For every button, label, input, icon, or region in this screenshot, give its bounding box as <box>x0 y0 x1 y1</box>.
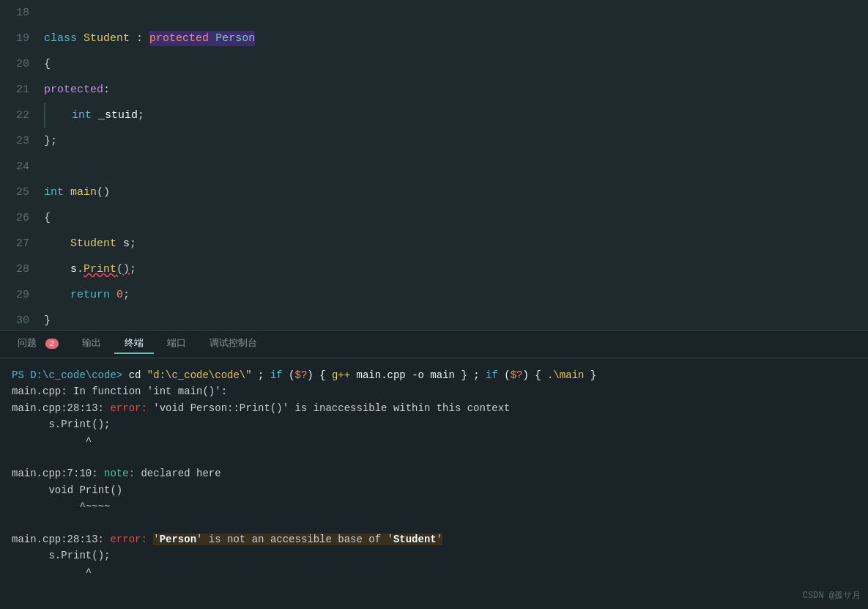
code-line-23: 23 }; <box>0 128 868 154</box>
terminal-line-2: main.cpp: In function 'int main()': <box>12 383 856 399</box>
line-number-25: 25 <box>0 180 44 205</box>
code-line-28: 28 s.Print(); <box>0 256 868 282</box>
code-line-18: 18 <box>0 0 868 26</box>
code-line-29: 29 return 0; <box>0 282 868 308</box>
tab-problems-badge: 2 <box>45 339 59 349</box>
line-number-23: 23 <box>0 128 44 154</box>
code-line-20: 20 { <box>0 51 868 77</box>
watermark-text: CSDN @孤サ月 <box>803 591 861 601</box>
line-content-20: { <box>44 51 868 77</box>
line-content-22: int _stuid; <box>44 103 868 128</box>
line-number-28: 28 <box>0 256 44 282</box>
terminal-line-10: s.Print(); <box>12 547 856 564</box>
line-number-26: 26 <box>0 205 44 231</box>
code-line-25: 25 int main() <box>0 180 868 205</box>
code-line-26: 26 { <box>0 205 868 231</box>
line-content-26: { <box>44 205 868 231</box>
panel-tabs: 问题 2 输出 终端 端口 调试控制台 <box>0 331 868 358</box>
line-number-24: 24 <box>0 154 44 180</box>
line-content-28: s.Print(); <box>44 256 868 282</box>
terminal-line-11: ^ <box>12 564 856 580</box>
line-number-18: 18 <box>0 0 44 26</box>
tab-terminal-label: 终端 <box>125 338 144 349</box>
tab-debug[interactable]: 调试控制台 <box>199 334 267 354</box>
tab-output-label: 输出 <box>82 338 101 349</box>
code-line-24: 24 <box>0 154 868 180</box>
line-number-29: 29 <box>0 282 44 308</box>
code-line-30: 30 } <box>0 308 868 330</box>
line-content-25: int main() <box>44 180 868 205</box>
tab-ports-label: 端口 <box>167 338 186 349</box>
line-number-19: 19 <box>0 26 44 51</box>
watermark: CSDN @孤サ月 <box>803 589 861 602</box>
terminal-line-blank2 <box>12 515 856 531</box>
code-line-27: 27 Student s; <box>0 231 868 256</box>
line-number-21: 21 <box>0 77 44 103</box>
terminal-line-9: main.cpp:28:13: error: 'Person' is not a… <box>12 531 856 547</box>
line-content-27: Student s; <box>44 231 868 256</box>
terminal-line-blank1 <box>12 449 856 465</box>
terminal-output[interactable]: PS D:\c_code\code> cd "d:\c_code\code\" … <box>0 358 868 609</box>
code-line-21: 21 protected: <box>0 77 868 103</box>
line-number-20: 20 <box>0 51 44 77</box>
tab-ports[interactable]: 端口 <box>157 334 196 354</box>
terminal-line-7: void Print() <box>12 482 856 498</box>
code-line-19: 19 class Student : protected Person <box>0 26 868 51</box>
bottom-panel: 问题 2 输出 终端 端口 调试控制台 PS D:\c_code\code> c… <box>0 330 868 609</box>
line-number-22: 22 <box>0 103 44 128</box>
line-number-27: 27 <box>0 231 44 256</box>
code-line-22: 22 int _stuid; <box>0 103 868 128</box>
terminal-line-8: ^~~~~ <box>12 498 856 514</box>
code-editor: 18 19 class Student : protected Person 2… <box>0 0 868 330</box>
line-content-23: }; <box>44 128 868 154</box>
tab-terminal[interactable]: 终端 <box>114 334 154 354</box>
tab-problems[interactable]: 问题 2 <box>7 334 69 354</box>
line-content-30: } <box>44 308 868 330</box>
terminal-line-5: ^ <box>12 433 856 449</box>
line-content-21: protected: <box>44 77 868 103</box>
line-content-19: class Student : protected Person <box>44 26 868 51</box>
line-number-30: 30 <box>0 308 44 330</box>
terminal-line-1: PS D:\c_code\code> cd "d:\c_code\code\" … <box>12 367 856 383</box>
tab-problems-label: 问题 <box>18 338 37 349</box>
terminal-line-4: s.Print(); <box>12 416 856 432</box>
terminal-line-6: main.cpp:7:10: note: declared here <box>12 465 856 481</box>
tab-output[interactable]: 输出 <box>72 334 111 354</box>
terminal-line-3: main.cpp:28:13: error: 'void Person::Pri… <box>12 400 856 416</box>
tab-debug-label: 调试控制台 <box>209 338 257 349</box>
line-content-29: return 0; <box>44 282 868 308</box>
